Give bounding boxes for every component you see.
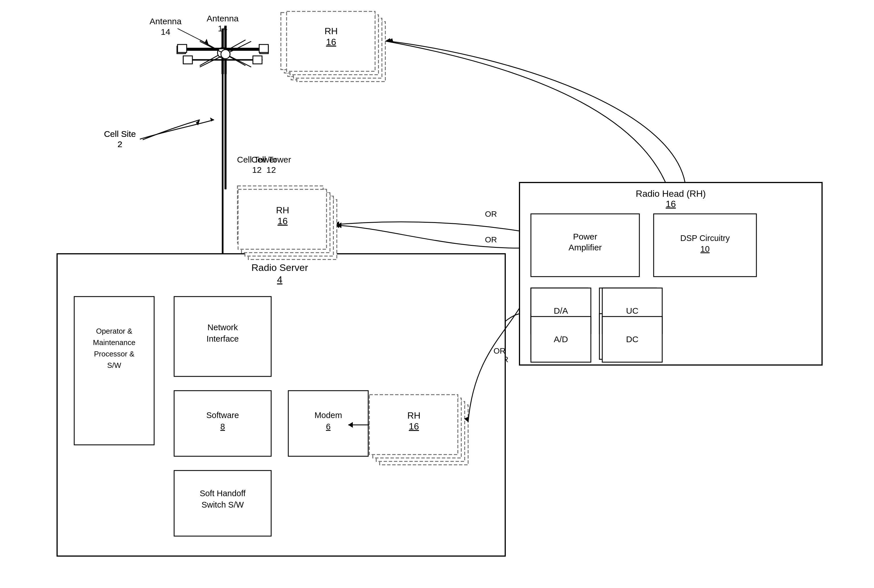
- rh-box-title: Radio Head (RH): [636, 189, 706, 199]
- svg-point-78: [221, 50, 230, 59]
- dsp-box-num: 10: [701, 244, 710, 254]
- soft-handoff-box-line1: Soft Handoff: [200, 489, 246, 498]
- net-iface-box-line2: Interface: [207, 334, 239, 344]
- or-middle-label: OR: [485, 235, 497, 244]
- cell-site-num2: 2: [117, 140, 122, 149]
- radio-server-num: 4: [277, 274, 283, 285]
- operator-box-line4: S/W: [107, 361, 121, 370]
- modem-box-label: Modem: [314, 411, 342, 420]
- modem-box-num: 6: [326, 422, 331, 431]
- antenna-title: Antenna: [150, 16, 182, 26]
- software-box-num: 8: [220, 422, 225, 431]
- da-final-label: D/A: [554, 306, 568, 315]
- dsp-box-label: DSP Circuitry: [680, 234, 730, 243]
- rh-inner-num: 16: [409, 421, 419, 432]
- antenna-num: 14: [161, 27, 170, 36]
- svg-rect-74: [183, 56, 193, 64]
- svg-rect-73: [259, 45, 268, 52]
- rh-top2-label: RH: [325, 26, 338, 36]
- operator-box-line2: Maintenance: [93, 338, 135, 347]
- rh-inner-label: RH: [407, 410, 420, 421]
- svg-marker-82: [337, 222, 341, 228]
- rh-tower-label: RH: [276, 205, 289, 215]
- radio-server-title: Radio Server: [251, 262, 308, 273]
- power-amp-box-label: Power: [573, 232, 597, 241]
- cell-tower-title: Cell Tower: [251, 155, 291, 164]
- rh-top2-num: 16: [326, 37, 336, 47]
- cell-tower-num2: 12: [266, 165, 276, 174]
- operator-box-line1: Operator &: [96, 327, 132, 335]
- software-box-label: Software: [206, 411, 239, 420]
- rh-tower-num: 16: [277, 216, 288, 226]
- svg-marker-83: [388, 38, 393, 42]
- svg-rect-75: [253, 56, 262, 64]
- uc-final-label: UC: [626, 306, 638, 315]
- dc-final-label: DC: [626, 334, 638, 344]
- svg-rect-72: [178, 45, 187, 52]
- svg-rect-51: [74, 297, 154, 445]
- svg-line-79: [178, 28, 208, 44]
- operator-box-line3: Processor &: [94, 350, 134, 358]
- rh-box-num: 16: [666, 199, 676, 209]
- power-amp-box-label2: Amplifier: [569, 243, 602, 252]
- ad-final-label: A/D: [554, 334, 568, 344]
- cell-site-title: Cell Site: [104, 129, 136, 139]
- soft-handoff-box-line2: Switch S/W: [202, 500, 244, 509]
- or-bottom-label: OR: [493, 346, 505, 355]
- net-iface-box-line1: Network: [208, 323, 238, 332]
